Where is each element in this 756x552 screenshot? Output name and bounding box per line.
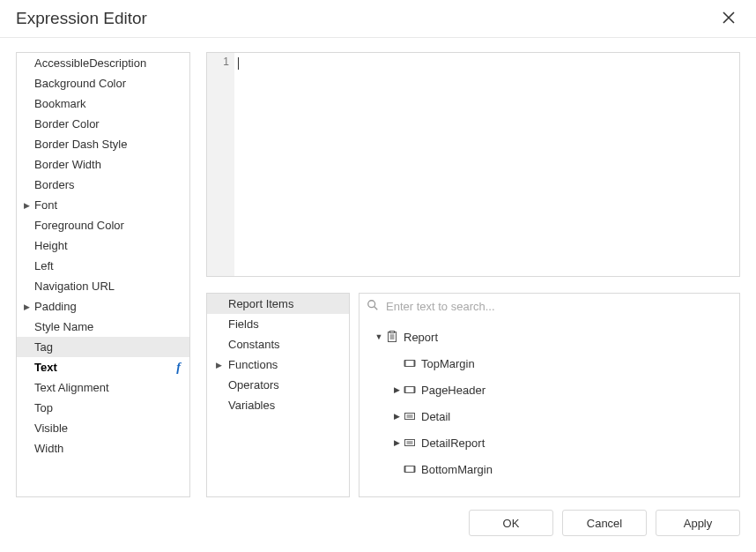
categories-panel[interactable]: Report ItemsFieldsConstants▶FunctionsOpe… — [206, 293, 350, 497]
tree-body[interactable]: ▼ReportTopMargin▶PageHeader▶Detail▶Detai… — [359, 320, 739, 496]
chevron-right-icon[interactable]: ▶ — [22, 302, 31, 311]
property-item[interactable]: AccessibleDescription — [17, 53, 189, 73]
property-label: AccessibleDescription — [22, 56, 186, 70]
clipboard-icon — [386, 331, 398, 343]
property-label: Text — [22, 361, 176, 374]
svg-rect-7 — [405, 361, 415, 367]
line-number: 1 — [223, 56, 229, 68]
apply-button[interactable]: Apply — [656, 510, 740, 536]
code-editor[interactable]: 1 — [206, 52, 740, 277]
svg-line-1 — [374, 307, 378, 310]
property-label: Text Alignment — [22, 381, 186, 394]
line-gutter: 1 — [207, 53, 234, 276]
property-item[interactable]: ▶Font — [17, 195, 189, 215]
category-item[interactable]: Fields — [207, 314, 349, 334]
search-icon — [367, 299, 379, 314]
category-label: Functions — [225, 358, 345, 371]
property-item[interactable]: Foreground Color — [17, 215, 189, 235]
chevron-right-icon[interactable]: ▶ — [214, 361, 223, 369]
property-label: Navigation URL — [22, 280, 186, 293]
category-item[interactable]: Operators — [207, 375, 349, 395]
category-label: Variables — [214, 399, 345, 412]
band-icon — [404, 463, 416, 475]
tree-row[interactable]: BottomMargin — [359, 456, 739, 482]
code-input[interactable] — [234, 53, 739, 276]
property-item[interactable]: Border Width — [17, 154, 189, 175]
property-item[interactable]: Visible — [17, 418, 189, 438]
tree-row[interactable]: ▶Detail — [359, 403, 739, 429]
svg-rect-13 — [405, 414, 415, 420]
property-label: Width — [22, 442, 186, 455]
chevron-right-icon[interactable]: ▶ — [22, 201, 31, 210]
property-label: Bookmark — [22, 97, 186, 110]
svg-rect-10 — [405, 387, 415, 393]
tree-row[interactable]: ▼Report — [359, 324, 739, 350]
search-input[interactable] — [379, 300, 732, 313]
category-label: Constants — [214, 338, 345, 351]
property-label: Background Color — [22, 77, 186, 90]
category-label: Fields — [214, 317, 345, 331]
category-item[interactable]: Report Items — [207, 294, 349, 314]
title-bar: Expression Editor — [0, 0, 756, 38]
footer-buttons: OK Cancel Apply — [0, 497, 756, 552]
property-item[interactable]: ▶Padding — [17, 296, 189, 317]
property-item[interactable]: Textf — [17, 357, 189, 377]
property-item[interactable]: Borders — [17, 175, 189, 195]
dialog-title: Expression Editor — [16, 9, 147, 28]
band-lines-icon — [404, 410, 416, 422]
property-label: Visible — [22, 421, 186, 435]
category-item[interactable]: Variables — [207, 395, 349, 415]
expression-editor-dialog: Expression Editor AccessibleDescriptionB… — [0, 0, 756, 552]
property-label: Height — [22, 239, 186, 252]
svg-rect-3 — [390, 332, 395, 333]
property-label: Font — [33, 198, 186, 212]
tree-row[interactable]: ▶DetailReport — [359, 429, 739, 456]
close-icon[interactable] — [717, 7, 740, 30]
category-item[interactable]: Constants — [207, 334, 349, 354]
property-label: Padding — [33, 300, 186, 313]
chevron-right-icon[interactable]: ▶ — [391, 438, 402, 447]
ok-button[interactable]: OK — [469, 510, 553, 536]
tree-row[interactable]: ▶PageHeader — [359, 377, 739, 403]
chevron-down-icon[interactable]: ▼ — [374, 332, 384, 341]
fx-icon: f — [176, 361, 186, 375]
property-label: Foreground Color — [22, 219, 186, 232]
property-item[interactable]: Border Dash Style — [17, 134, 189, 154]
property-label: Style Name — [22, 320, 186, 333]
property-label: Tag — [22, 340, 186, 354]
items-panel: ▼ReportTopMargin▶PageHeader▶Detail▶Detai… — [359, 293, 740, 497]
search-row — [359, 294, 739, 320]
category-item[interactable]: ▶Functions — [207, 354, 349, 375]
property-item[interactable]: Background Color — [17, 73, 189, 93]
cancel-button[interactable]: Cancel — [562, 510, 647, 536]
chevron-right-icon[interactable]: ▶ — [391, 412, 402, 421]
property-item[interactable]: Navigation URL — [17, 276, 189, 296]
property-item[interactable]: Style Name — [17, 317, 189, 337]
tree-label: Detail — [421, 410, 450, 423]
tree-label: BottomMargin — [421, 463, 493, 476]
band-lines-icon — [404, 436, 416, 449]
property-item[interactable]: Tag — [17, 337, 189, 357]
property-item[interactable]: Width — [17, 438, 189, 459]
category-label: Report Items — [214, 297, 345, 310]
property-item[interactable]: Text Alignment — [17, 377, 189, 398]
svg-point-0 — [368, 301, 375, 308]
tree-label: DetailReport — [421, 436, 485, 450]
chevron-right-icon[interactable]: ▶ — [391, 385, 402, 394]
svg-rect-16 — [405, 440, 415, 446]
property-item[interactable]: Bookmark — [17, 93, 189, 114]
right-panel: 1 Report ItemsFieldsConstants▶FunctionsO… — [206, 52, 740, 497]
property-label: Border Color — [22, 117, 186, 131]
property-label: Top — [22, 401, 186, 414]
tree-label: Report — [404, 331, 438, 344]
property-item[interactable]: Border Color — [17, 114, 189, 134]
property-item[interactable]: Left — [17, 256, 189, 276]
tree-row[interactable]: TopMargin — [359, 350, 739, 377]
property-item[interactable]: Height — [17, 235, 189, 256]
property-label: Border Dash Style — [22, 138, 186, 151]
properties-panel[interactable]: AccessibleDescriptionBackground ColorBoo… — [16, 52, 190, 497]
property-label: Border Width — [22, 158, 186, 171]
tree-label: TopMargin — [421, 357, 475, 370]
tree-label: PageHeader — [421, 384, 485, 397]
property-item[interactable]: Top — [17, 398, 189, 418]
